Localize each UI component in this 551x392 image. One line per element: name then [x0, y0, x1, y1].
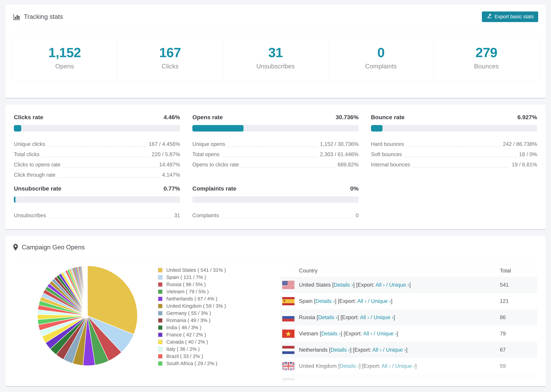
bracket: ] [ [353, 282, 358, 288]
legend-swatch [158, 311, 162, 315]
tracking-stats-card: Tracking stats Export basic stats 1,152O… [5, 4, 546, 98]
details-link[interactable]: Details › [321, 331, 341, 336]
rate-title-row: Opens rate30.736% [192, 114, 359, 121]
geo-table-header: Country Total [281, 264, 537, 277]
export-all-link[interactable]: All › [366, 379, 374, 385]
rate-rows: Unique clicks167 / 4.456%Total clicks220… [14, 139, 180, 180]
country-total: 121 [500, 298, 537, 304]
rate-title: Bounce rate [371, 114, 405, 121]
link-separator: / [372, 331, 377, 336]
country-total: 86 [500, 314, 537, 321]
legend-item: United States ( 541 / 31% ) [158, 266, 247, 274]
details-link[interactable]: Details › [334, 282, 353, 288]
dotted-leader [222, 157, 318, 157]
country-total: 79 [500, 331, 537, 337]
table-row: United States [Details ›] [Export: All ›… [281, 277, 537, 293]
legend-item: Netherlands ( 67 / 4% ) [158, 295, 247, 302]
export-unique-link[interactable]: Unique › [386, 347, 406, 353]
geo-table-body: United States [Details ›] [Export: All ›… [281, 277, 537, 387]
dotted-leader [49, 218, 172, 218]
export-all-link[interactable]: All › [372, 347, 381, 353]
progress-track [14, 196, 180, 203]
rate-stat-value: 4.147% [162, 172, 180, 178]
rate-stat-label: Internal bounces [371, 162, 410, 168]
rate-section: Bounce rate6.927%Hard bounces242 / 86.73… [371, 114, 537, 180]
details-link[interactable]: Details › [324, 379, 343, 385]
details-link[interactable]: Details › [330, 347, 350, 353]
dotted-leader [404, 157, 517, 157]
rate-stat-label: Total clicks [14, 151, 40, 158]
rate-stat-value: 0 [356, 212, 359, 219]
export-all-link[interactable]: All › [363, 331, 372, 336]
progress-fill [192, 125, 243, 132]
bracket: ] [ [343, 379, 347, 385]
link-separator: / [375, 379, 379, 385]
export-all-link[interactable]: All › [376, 282, 385, 288]
export-button-label: Export basic stats [494, 14, 534, 20]
rate-stat-value: 242 / 86.738% [503, 141, 537, 147]
export-unique-link[interactable]: Unique › [379, 379, 399, 385]
legend-swatch [158, 275, 162, 280]
details-link[interactable]: Details › [316, 298, 335, 304]
rate-stat-label: Clicks to opens rate [14, 162, 60, 168]
country-cell: Vietnam [Details ›] [Export: All › / Uni… [299, 331, 398, 337]
rate-stat-row: Internal bounces19 / 6.81% [371, 160, 537, 170]
stat-label: Complaints [365, 63, 397, 70]
export-unique-link[interactable]: Unique › [377, 331, 397, 336]
legend-swatch [158, 268, 162, 273]
rate-title: Opens rate [192, 114, 223, 121]
dotted-leader [58, 177, 160, 178]
details-link[interactable]: Details › [318, 314, 338, 320]
export-unique-link[interactable]: Unique › [395, 363, 415, 369]
legend-item: Romania ( 49 / 3% ) [158, 317, 247, 324]
details-link[interactable]: Details › [340, 363, 359, 369]
stat-value: 279 [475, 45, 497, 60]
dotted-leader [221, 218, 353, 218]
progress-track [14, 125, 180, 132]
country-name: Russia [299, 314, 317, 320]
bracket: ] [ [338, 314, 342, 320]
dotted-leader [413, 167, 509, 168]
bracket: ] [415, 363, 417, 369]
stat-tile-opens: 1,152Opens [12, 34, 117, 80]
dotted-leader [241, 167, 335, 168]
rates-card: Clicks rate4.46%Unique clicks167 / 4.456… [5, 104, 546, 230]
export-unique-link[interactable]: Unique › [371, 298, 391, 304]
rate-rows: Unique opens1,152 / 30.736%Total opens2,… [192, 139, 359, 170]
export-all-link[interactable]: All › [360, 314, 369, 320]
country-name: Netherlands [299, 347, 329, 353]
rate-stat-row: Click through rate4.147% [14, 170, 180, 180]
export-all-link[interactable]: All › [381, 363, 390, 369]
gb-flag-icon [282, 362, 295, 370]
export-all-link[interactable]: All › [357, 298, 366, 304]
table-row: Netherlands [Details ›] [Export: All › /… [281, 342, 537, 358]
geo-country-table: Country Total United States [Details ›] … [281, 264, 537, 387]
bracket: ] [391, 298, 393, 304]
rate-section: Complaints rate0%Complaints0 [192, 185, 359, 221]
table-row: Vietnam [Details ›] [Export: All › / Uni… [281, 325, 537, 342]
stat-label: Opens [55, 63, 74, 70]
export-basic-stats-button[interactable]: Export basic stats [482, 11, 538, 22]
export-unique-link[interactable]: Unique › [374, 314, 394, 320]
rate-stat-label: Click through rate [14, 172, 56, 178]
table-row: United Kingdom [Details ›] [Export: All … [281, 358, 537, 374]
export-unique-link[interactable]: Unique › [389, 282, 409, 288]
country-total: 55 [500, 379, 537, 385]
rate-stat-label: Soft bounces [371, 151, 402, 158]
legend-label: Canada ( 40 / 2% ) [166, 339, 208, 345]
legend-label: India ( 46 / 3% ) [166, 325, 201, 330]
country-cell: Netherlands [Details ›] [Export: All › /… [299, 347, 407, 353]
dotted-leader [228, 147, 318, 147]
rate-section: Opens rate30.736%Unique opens1,152 / 30.… [192, 114, 359, 180]
legend-label: South Africa ( 29 / 2% ) [166, 361, 217, 366]
progress-track [192, 125, 359, 132]
link-separator: / [369, 314, 374, 320]
link-separator: / [391, 363, 395, 369]
stats-summary-row: 1,152Opens167Clicks31Unsubscribes0Compla… [12, 34, 539, 81]
rates-grid: Clicks rate4.46%Unique clicks167 / 4.456… [14, 114, 537, 221]
bracket: [ [338, 363, 340, 369]
legend-label: Spain ( 121 / 7% ) [166, 274, 206, 280]
rate-stat-row: Clicks to opens rate14.497% [14, 160, 180, 170]
progress-fill [14, 196, 15, 203]
rate-stat-row: Total clicks220 / 5.87% [14, 149, 180, 160]
